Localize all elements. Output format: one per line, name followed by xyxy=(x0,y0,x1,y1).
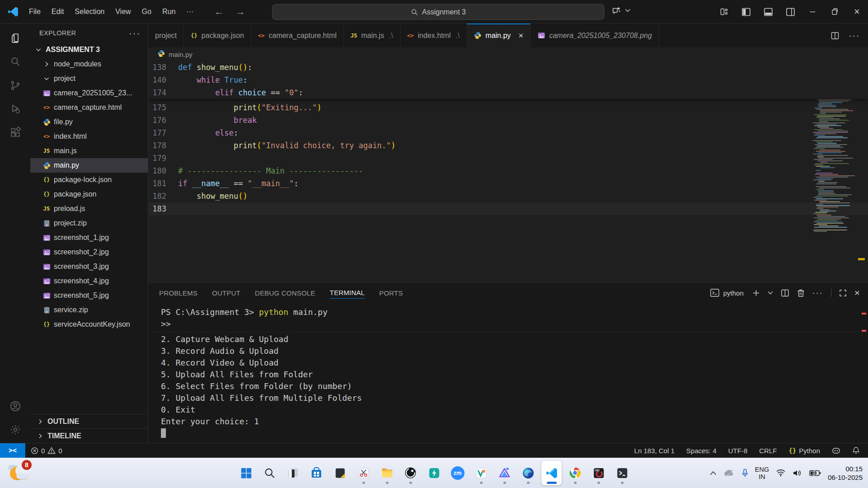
activity-account[interactable] xyxy=(5,396,26,417)
tree-item-screenshot-1-jpg[interactable]: screenshot_1.jpg xyxy=(30,230,148,245)
customize-layout-icon[interactable] xyxy=(713,0,735,23)
editor-more-actions-icon[interactable]: ··· xyxy=(849,31,860,41)
encoding[interactable]: UTF-8 xyxy=(728,447,748,455)
menu-view[interactable]: View xyxy=(110,5,136,18)
tab-main-py[interactable]: main.py× xyxy=(467,23,531,47)
tree-item-file-py[interactable]: file.py xyxy=(30,115,148,129)
tab-main-js[interactable]: JSmain.js.\ xyxy=(344,23,401,47)
new-terminal-icon[interactable] xyxy=(752,289,760,297)
activity-settings[interactable] xyxy=(5,419,26,440)
taskbar-task-view-button[interactable] xyxy=(283,461,303,485)
cursor-position[interactable]: Ln 183, Col 1 xyxy=(634,447,675,455)
split-terminal-icon[interactable] xyxy=(781,289,789,297)
wifi-icon[interactable] xyxy=(776,469,786,477)
nav-forward-icon[interactable]: → xyxy=(236,6,245,17)
kill-terminal-trash-icon[interactable] xyxy=(797,289,805,297)
taskbar-weather-widget[interactable]: 8 xyxy=(7,461,31,485)
remote-indicator[interactable]: >< xyxy=(0,443,25,458)
taskbar-chrome-button[interactable] xyxy=(565,461,585,485)
toggle-panel-icon[interactable] xyxy=(757,0,779,23)
toggle-sidebar-icon[interactable] xyxy=(735,0,757,23)
tab-camera-capture-html[interactable]: <>camera_capture.html xyxy=(251,23,344,47)
taskbar-x64dbg-button[interactable]: x64 xyxy=(589,461,609,485)
explorer-more-icon[interactable]: ··· xyxy=(129,28,141,38)
nav-back-icon[interactable]: ← xyxy=(214,6,224,17)
volume-icon[interactable] xyxy=(793,469,802,477)
minimize-button[interactable]: ─ xyxy=(802,0,824,23)
menu-file[interactable]: File xyxy=(24,5,46,18)
tree-item-project-zip[interactable]: project.zip xyxy=(30,216,148,230)
menu-selection[interactable]: Selection xyxy=(69,5,110,18)
tree-root-assignment-3[interactable]: ASSIGNMENT 3 xyxy=(30,42,148,57)
taskbar-vscode-button[interactable] xyxy=(542,461,562,485)
tree-item-screenshot-2-jpg[interactable]: screenshot_2.jpg xyxy=(30,245,148,259)
problems-status[interactable]: 0 0 xyxy=(31,447,62,455)
taskbar-explorer-button[interactable] xyxy=(377,461,397,485)
taskbar-search-button[interactable] xyxy=(259,461,280,485)
tab-project[interactable]: project xyxy=(148,23,184,47)
terminal[interactable]: PS C:\Assignment 3> python main.py>>2. C… xyxy=(148,303,868,443)
taskbar-store-button[interactable] xyxy=(307,461,327,485)
panel-tab-debug-console[interactable]: DEBUG CONSOLE xyxy=(255,287,315,299)
tree-item-main-py[interactable]: main.py xyxy=(30,158,148,173)
taskbar-edge-button[interactable] xyxy=(518,461,538,485)
tree-item-index-html[interactable]: <>index.html xyxy=(30,129,148,144)
toggle-secondary-sidebar-icon[interactable] xyxy=(779,0,802,23)
eol-sequence[interactable]: CRLF xyxy=(759,447,777,455)
tree-item-preload-js[interactable]: JSpreload.js xyxy=(30,202,148,216)
tree-item-screenshot-5-jpg[interactable]: screenshot_5.jpg xyxy=(30,288,148,303)
taskbar-start-button[interactable] xyxy=(236,461,256,485)
panel-tab-problems[interactable]: PROBLEMS xyxy=(159,287,198,299)
taskbar-zoom-button[interactable]: zm xyxy=(448,461,468,485)
section-outline[interactable]: OUTLINE xyxy=(30,414,148,428)
editor[interactable]: main.py 138def show_menu():140while True… xyxy=(148,47,868,282)
tree-item-project[interactable]: project xyxy=(30,71,148,86)
restore-button[interactable] xyxy=(824,0,846,23)
panel-tab-output[interactable]: OUTPUT xyxy=(212,287,241,299)
taskbar-vpn-button[interactable] xyxy=(495,461,515,485)
taskbar-snipping-button[interactable] xyxy=(354,461,374,485)
tab-package-json[interactable]: {}package.json xyxy=(184,23,251,47)
close-panel-icon[interactable]: × xyxy=(854,287,860,298)
tree-item-main-js[interactable]: JSmain.js xyxy=(30,144,148,158)
copilot-button[interactable] xyxy=(612,5,631,15)
tree-item-camera-capture-html[interactable]: <>camera_capture.html xyxy=(30,100,148,115)
taskbar-vapp-button[interactable] xyxy=(471,461,491,485)
menu-overflow[interactable]: ··· xyxy=(181,5,199,18)
menu-run[interactable]: Run xyxy=(157,5,181,18)
tree-item-screenshot-3-jpg[interactable]: screenshot_3.jpg xyxy=(30,259,148,274)
indentation[interactable]: Spaces: 4 xyxy=(686,447,717,455)
tray-chevron-up-icon[interactable] xyxy=(710,471,717,475)
chevron-down-icon[interactable] xyxy=(768,291,773,295)
panel-more-actions-icon[interactable]: ··· xyxy=(812,288,823,298)
activity-source-control[interactable] xyxy=(5,75,26,96)
split-editor-icon[interactable] xyxy=(830,31,840,40)
tree-item-package-lock-json[interactable]: {}package-lock.json xyxy=(30,173,148,187)
tree-item-service-zip[interactable]: service.zip xyxy=(30,303,148,317)
tree-item-node-modules[interactable]: node_modules xyxy=(30,57,148,71)
maximize-panel-icon[interactable] xyxy=(839,289,847,297)
language-indicator[interactable]: ENG IN xyxy=(755,466,769,480)
tab-camera-20251005-230708-png[interactable]: camera_20251005_230708.png xyxy=(531,23,659,47)
copilot-status[interactable] xyxy=(832,447,840,455)
breadcrumb[interactable]: main.py xyxy=(148,47,868,61)
taskbar-terminal-button[interactable] xyxy=(612,461,632,485)
code-lines[interactable]: 175print("Exiting...")176break177else:17… xyxy=(148,101,868,215)
close-button[interactable]: × xyxy=(846,0,868,23)
sticky-scroll[interactable]: 138def show_menu():140while True:174elif… xyxy=(148,61,868,99)
activity-run-debug[interactable] xyxy=(5,99,26,119)
notifications-bell[interactable] xyxy=(852,446,860,455)
panel-tab-ports[interactable]: PORTS xyxy=(379,287,403,299)
tab-index-html[interactable]: <>index.html.\ xyxy=(401,23,467,47)
battery-charging-icon[interactable] xyxy=(809,469,821,477)
activity-explorer[interactable] xyxy=(5,28,26,49)
panel-tab-terminal[interactable]: TERMINAL xyxy=(330,287,364,299)
language-mode[interactable]: {} Python xyxy=(788,447,820,455)
clock[interactable]: 00:15 06-10-2025 xyxy=(828,465,863,482)
taskbar-obs-button[interactable] xyxy=(401,461,421,485)
tree-item-serviceaccountkey-json[interactable]: {}serviceAccountKey.json xyxy=(30,317,148,332)
command-center-search[interactable]: Assignment 3 xyxy=(272,4,604,20)
close-tab-icon[interactable]: × xyxy=(519,31,524,41)
tree-item-screenshot-4-jpg[interactable]: screenshot_4.jpg xyxy=(30,274,148,288)
activity-extensions[interactable] xyxy=(5,122,26,143)
